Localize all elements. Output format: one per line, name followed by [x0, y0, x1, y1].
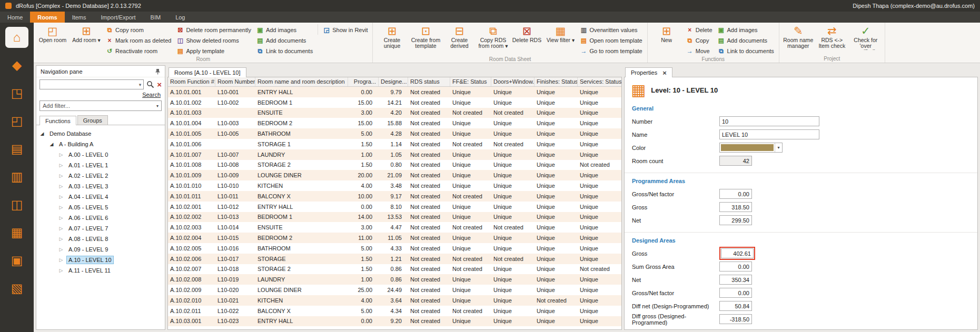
field-input-number[interactable]: 10: [719, 116, 819, 126]
column-header-services-status[interactable]: Services: Status: [578, 77, 622, 86]
delete-button[interactable]: ×Delete: [685, 25, 714, 35]
add-images-button[interactable]: ▣Add images: [255, 25, 314, 35]
field-input-gross-net-factor[interactable]: 0.00: [719, 189, 752, 199]
table-row[interactable]: A.10.03.002L10-024BEDROOM 115.0014.67Not…: [168, 326, 621, 329]
rds-item-check-button[interactable]: ⇄RDS <-> Item check: [816, 24, 848, 49]
tree-item-a-11-level-11[interactable]: ▷A.11 - LEVEL 11: [36, 265, 165, 276]
tab-home[interactable]: Home: [0, 12, 30, 23]
apply-template-button[interactable]: ▤Apply template: [175, 46, 253, 56]
create-derived-button[interactable]: ⊟Create derived: [443, 24, 475, 49]
expand-icon[interactable]: ▷: [58, 215, 64, 220]
field-input-gross[interactable]: 318.50: [719, 202, 752, 212]
field-input-gross-net-factor[interactable]: 0.00: [719, 288, 752, 298]
field-input-room-count[interactable]: 42: [719, 156, 752, 166]
table-row[interactable]: A.10.01.008L10-008STORAGE 21.500.80Not c…: [168, 160, 621, 170]
table-row[interactable]: A.10.02.002L10-013BEDROOM 114.0013.53Not…: [168, 212, 621, 223]
expand-icon[interactable]: ▷: [58, 247, 64, 252]
tree-item-a-10-level-10[interactable]: ▷A.10 - LEVEL 10: [36, 255, 165, 265]
field-input-gross[interactable]: 402.61: [721, 248, 754, 258]
expand-icon[interactable]: ▷: [58, 194, 64, 199]
room-name-manager-button[interactable]: ✎Room name manager: [783, 24, 814, 49]
copy-button[interactable]: ⧉Copy: [685, 35, 714, 45]
table-row[interactable]: A.10.02.011L10-022BALCONY X5.004.34Not c…: [168, 306, 621, 316]
go-to-room-template-button[interactable]: →Go to room template: [578, 46, 644, 56]
link-to-documents-button[interactable]: ⧉Link to documents: [716, 46, 776, 56]
show-deleted-rooms-button[interactable]: ◫Show deleted rooms: [175, 35, 253, 45]
field-input-net[interactable]: 350.34: [719, 275, 752, 285]
user-account[interactable]: Dipesh Thapa (complex-demo@au.drofus.com…: [853, 3, 975, 9]
home-module-icon[interactable]: ⌂: [5, 27, 28, 48]
table-row[interactable]: A.10.01.001L10-001ENTRY HALL0.009.79Not …: [168, 87, 621, 97]
items-module-icon[interactable]: ◳: [5, 83, 28, 104]
copy-room-button[interactable]: ⧉Copy room: [104, 25, 173, 35]
delete-room-permanently-button[interactable]: ⊠Delete room permanently: [175, 25, 253, 35]
check-for-over-specified-button[interactable]: ✓Check for 'over specified' ▾: [850, 24, 882, 50]
table-row[interactable]: A.10.02.006L10-017STORAGE1.501.21Not cre…: [168, 254, 621, 264]
table-row[interactable]: A.10.03.001L10-023ENTRY HALL0.009.20Not …: [168, 316, 621, 327]
column-header-room-number[interactable]: Room Number: [215, 77, 255, 86]
search-icon[interactable]: [146, 81, 154, 88]
documents-module-icon[interactable]: ▤: [5, 138, 28, 159]
hierarchy-module-icon[interactable]: ◫: [5, 194, 28, 215]
column-header-doors-window[interactable]: Doors+Window...: [491, 77, 534, 86]
tab-log[interactable]: Log: [168, 12, 192, 23]
chevron-down-icon[interactable]: ▾: [139, 82, 142, 87]
table-row[interactable]: A.10.02.007L10-018STORAGE 21.500.86Not c…: [168, 264, 621, 275]
table-row[interactable]: A.10.02.004L10-015BEDROOM 211.0011.05Not…: [168, 233, 621, 243]
table-row[interactable]: A.10.02.010L10-021KITCHEN4.003.64Not cre…: [168, 295, 621, 306]
table-row[interactable]: A.10.02.009L10-020LOUNGE DINER25.0024.49…: [168, 285, 621, 295]
add-images-button[interactable]: ▣Add images: [716, 25, 776, 35]
search-link[interactable]: Search: [142, 92, 161, 98]
add-filter-dropdown[interactable]: Add filter... ▾: [39, 100, 162, 111]
clear-search-icon[interactable]: ×: [157, 81, 162, 88]
view-filter-button[interactable]: ▦View filter ▾: [545, 24, 576, 43]
tree-item-a-00-level-0[interactable]: ▷A.00 - LEVEL 0: [36, 149, 165, 160]
table-row[interactable]: A.10.01.004L10-003BEDROOM 215.0015.88Not…: [168, 118, 621, 128]
create-unique-button[interactable]: ⊞Create unique: [376, 24, 408, 49]
new-button[interactable]: ⊞New: [651, 24, 682, 43]
add-documents-button[interactable]: ▤Add documents: [255, 35, 314, 45]
tree-item-a-05-level-5[interactable]: ▷A.05 - LEVEL 5: [36, 202, 165, 213]
tree-item-a-06-level-6[interactable]: ▷A.06 - LEVEL 6: [36, 213, 165, 223]
column-header-finishes-status[interactable]: Finishes: Status: [534, 77, 578, 86]
show-in-revit-button[interactable]: ◲Show in Revit: [321, 25, 369, 35]
table-row[interactable]: A.10.02.001L10-012ENTRY HALL0.008.10Not …: [168, 202, 621, 212]
mark-room-as-deleted-button[interactable]: ×Mark room as deleted: [104, 35, 173, 45]
field-input-net[interactable]: 299.50: [719, 215, 752, 225]
table-row[interactable]: A.10.02.008L10-019LAUNDRY1.000.86Not cre…: [168, 274, 621, 285]
tree-item-a-03-level-3[interactable]: ▷A.03 - LEVEL 3: [36, 181, 165, 192]
create-from-template-button[interactable]: ⊡Create from template: [410, 24, 441, 49]
field-input-diff-gross-designed-programmed[interactable]: -318.50: [719, 314, 752, 324]
column-header-room-name-and-room-description[interactable]: Room name and room description: [255, 77, 348, 86]
expand-icon[interactable]: ▷: [58, 268, 64, 273]
expand-icon[interactable]: ▷: [58, 184, 64, 189]
tab-rooms[interactable]: Rooms: [30, 12, 64, 23]
expand-icon[interactable]: ▷: [58, 226, 64, 231]
tree-item-a-08-level-8[interactable]: ▷A.08 - LEVEL 8: [36, 234, 165, 244]
table-row[interactable]: A.10.01.009L10-009LOUNGE DINER20.0021.09…: [168, 170, 621, 180]
table-row[interactable]: A.10.01.006STORAGE 11.501.14Not createdN…: [168, 139, 621, 149]
nav-tab-groups[interactable]: Groups: [77, 115, 108, 125]
search-input[interactable]: ▾: [39, 79, 144, 89]
column-header-room-function[interactable]: Room Function #:: [168, 77, 215, 86]
table-row[interactable]: A.10.01.007L10-007LAUNDRY1.001.05Not cre…: [168, 149, 621, 160]
database-module-icon[interactable]: ▥: [5, 166, 28, 187]
rooms-document-tab[interactable]: Rooms [A.10 - LEVEL 10]: [169, 67, 246, 77]
column-header-rds-status[interactable]: RDS status: [408, 77, 450, 86]
tree-item-a-04-level-4[interactable]: ▷A.04 - LEVEL 4: [36, 192, 165, 202]
reports-module-icon[interactable]: ▧: [5, 278, 28, 299]
open-room-template-button[interactable]: ▤Open room template: [578, 35, 644, 45]
close-icon[interactable]: ×: [662, 70, 667, 76]
reactivate-room-button[interactable]: ↺Reactivate room: [104, 46, 173, 56]
collapse-icon[interactable]: ◢: [49, 142, 54, 147]
tab-bim[interactable]: BIM: [143, 12, 169, 23]
add-documents-button[interactable]: ▤Add documents: [716, 35, 776, 45]
link-to-documents-button[interactable]: ⧉Link to documents: [255, 46, 314, 56]
delete-rds-button[interactable]: ⊠Delete RDS: [511, 24, 542, 43]
flow-module-icon[interactable]: ◆: [5, 55, 28, 76]
tree-item-a-01-level-1[interactable]: ▷A.01 - LEVEL 1: [36, 160, 165, 170]
table-row[interactable]: A.10.01.010L10-010KITCHEN4.003.48Not cre…: [168, 180, 621, 191]
expand-icon[interactable]: ▷: [58, 152, 64, 157]
color-picker[interactable]: ▾: [719, 143, 783, 153]
tree-item-a-09-level-9[interactable]: ▷A.09 - LEVEL 9: [36, 244, 165, 255]
